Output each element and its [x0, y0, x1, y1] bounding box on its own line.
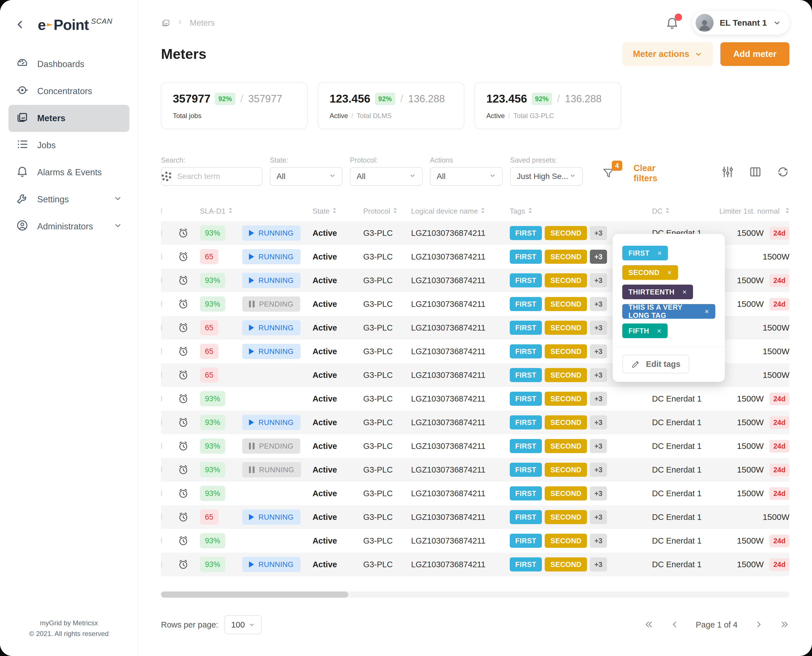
remove-tag-icon[interactable]: × [667, 268, 672, 277]
select-all-checkbox[interactable] [161, 208, 162, 214]
tag-chip-first[interactable]: FIRST [510, 250, 542, 264]
tag-chip-second[interactable]: SECOND [545, 321, 587, 335]
sidebar-item-alarms-events[interactable]: Alarms & Events [8, 159, 129, 186]
row-checkbox[interactable] [161, 277, 162, 283]
state-filter-select[interactable]: All [270, 167, 342, 186]
alarm-clock-icon[interactable] [177, 511, 200, 523]
search-input[interactable] [171, 172, 262, 181]
tag-chip-second[interactable]: SECOND [545, 368, 587, 382]
sidebar-item-administrators[interactable]: Administrators [8, 213, 129, 240]
status-chip[interactable]: RUNNING [242, 509, 301, 525]
sidebar-item-concentrators[interactable]: Concentrators [8, 78, 129, 105]
row-checkbox[interactable] [161, 301, 162, 307]
tag-chip-first[interactable]: FIRST [510, 321, 542, 335]
more-tags-chip[interactable]: +3 [590, 321, 607, 335]
alarm-clock-icon[interactable] [177, 369, 200, 381]
alarm-clock-icon[interactable] [177, 559, 200, 570]
user-menu[interactable]: EL Tenant 1 [692, 11, 789, 35]
more-tags-chip[interactable]: +3 [590, 368, 607, 382]
row-checkbox[interactable] [161, 372, 162, 378]
row-checkbox[interactable] [161, 514, 162, 520]
remove-tag-icon[interactable]: × [682, 288, 687, 296]
tag-chip-first[interactable]: FIRST [510, 486, 542, 500]
table-row[interactable]: 65 RUNNING Active G3-PLC LGZ103073687421… [161, 505, 789, 529]
status-chip[interactable]: RUNNING [242, 320, 301, 335]
column-header-protocol[interactable]: Protocol [363, 207, 411, 215]
tag-chip-first[interactable]: FIRST [510, 439, 542, 453]
row-checkbox[interactable] [161, 419, 162, 425]
columns-view-button[interactable] [749, 166, 762, 179]
more-tags-chip[interactable]: +3 [590, 273, 607, 288]
add-meter-button[interactable]: Add meter [721, 42, 789, 66]
next-page-button[interactable] [754, 620, 764, 630]
table-row[interactable]: 93% PENDING Active G3-PLC LGZ10307368742… [161, 434, 789, 458]
status-chip[interactable]: RUNNING [242, 249, 301, 264]
row-checkbox[interactable] [161, 490, 162, 496]
remove-tag-icon[interactable]: × [705, 307, 709, 316]
active-filters-button[interactable]: 4 [602, 167, 615, 180]
scrollbar-thumb[interactable] [161, 591, 348, 598]
alarm-clock-icon[interactable] [177, 535, 200, 547]
sidebar-item-meters[interactable]: Meters [8, 105, 129, 132]
status-chip[interactable]: PENDING [242, 296, 300, 312]
table-row[interactable]: 93% RUNNING Active G3-PLC LGZ10307368742… [161, 410, 789, 434]
tag-chip-first[interactable]: FIRST [510, 273, 542, 288]
horizontal-scrollbar[interactable] [161, 591, 789, 598]
column-header-state[interactable]: State [312, 207, 363, 215]
meter-actions-button[interactable]: Meter actions [622, 42, 713, 66]
tag-chip-second[interactable]: SECOND [545, 439, 587, 453]
tag-chip-second[interactable]: SECOND [545, 250, 587, 264]
tag-chip-first[interactable]: FIRST [510, 534, 542, 548]
last-page-button[interactable] [780, 620, 789, 630]
tag-chip-first[interactable]: FIRST [510, 368, 542, 382]
tag-chip-second[interactable]: SECOND [545, 486, 587, 500]
meters-breadcrumb-icon[interactable] [161, 18, 170, 28]
first-page-button[interactable] [644, 620, 654, 630]
column-header-tags[interactable]: Tags [510, 207, 592, 215]
column-header-limiter[interactable]: Limiter 1st. normal [713, 207, 789, 215]
status-chip[interactable]: RUNNING [242, 273, 301, 288]
status-chip[interactable]: RUNNING [242, 344, 301, 359]
dots-grid-icon[interactable] [161, 168, 171, 185]
status-chip[interactable]: RUNNING [242, 415, 301, 430]
tag-chip-second[interactable]: SECOND [545, 392, 587, 406]
status-chip[interactable]: PENDING [242, 438, 300, 454]
alarm-clock-icon[interactable] [177, 298, 200, 310]
alarm-clock-icon[interactable] [177, 227, 200, 239]
tag-chip-first[interactable]: FIRST [510, 557, 542, 571]
clear-filters-button[interactable]: Clear filters [634, 163, 660, 183]
row-checkbox[interactable] [161, 325, 162, 331]
sidebar-item-dashboards[interactable]: Dashboards [8, 51, 129, 78]
alarm-clock-icon[interactable] [177, 416, 200, 428]
tag-chip-second[interactable]: SECOND [545, 297, 587, 311]
more-tags-chip[interactable]: +3 [590, 344, 607, 359]
table-row[interactable]: 93% Active G3-PLC LGZ1030736874211 FIRST… [161, 481, 789, 505]
refresh-button[interactable] [776, 166, 789, 179]
presets-filter-select[interactable]: Just High Se... [510, 167, 583, 186]
row-checkbox[interactable] [161, 561, 162, 567]
row-checkbox[interactable] [161, 538, 162, 543]
tag-chip-first[interactable]: FIRST [510, 415, 542, 429]
status-chip[interactable]: RUNNING [242, 462, 301, 477]
tag-chip-second[interactable]: SECOND [545, 344, 587, 359]
tag-chip-second[interactable]: SECOND [545, 273, 587, 288]
table-row[interactable]: 93% Active G3-PLC LGZ1030736874211 FIRST… [161, 387, 789, 410]
column-header-sla[interactable]: SLA-D1 [200, 207, 242, 215]
row-checkbox[interactable] [161, 467, 162, 473]
status-chip[interactable]: RUNNING [242, 226, 301, 241]
status-chip[interactable]: RUNNING [242, 557, 301, 572]
sidebar-collapse-button[interactable] [15, 19, 25, 31]
more-tags-chip[interactable]: +3 [590, 250, 607, 264]
tag-chip-second[interactable]: SECOND [545, 415, 587, 429]
column-header-device[interactable]: Logical device name [411, 207, 510, 215]
alarm-clock-icon[interactable] [177, 345, 200, 357]
tag-chip-second[interactable]: SECOND [545, 463, 587, 477]
tag-chip-first[interactable]: FIRST [510, 344, 542, 359]
tag-chip-first[interactable]: FIRST [510, 510, 542, 524]
tag-chip-first[interactable]: FIRST [510, 226, 542, 240]
alarm-clock-icon[interactable] [177, 393, 200, 405]
column-settings-button[interactable] [721, 166, 734, 179]
more-tags-chip[interactable]: +3 [590, 297, 607, 311]
sidebar-item-jobs[interactable]: Jobs [8, 132, 129, 159]
rows-per-page-select[interactable]: 100 [225, 615, 262, 634]
